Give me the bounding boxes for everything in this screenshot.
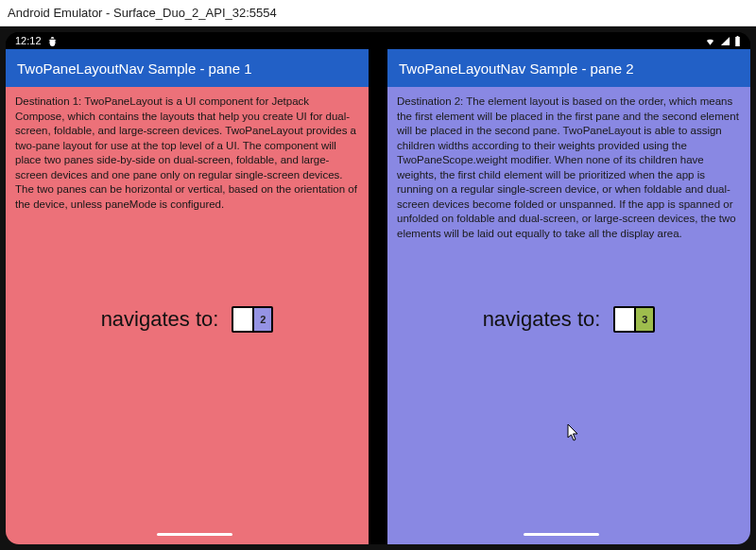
nav-button-blank[interactable]: [233, 308, 252, 331]
pane-2: TwoPaneLayoutNav Sample - pane 2 Destina…: [387, 49, 750, 544]
app-bar-title-2: TwoPaneLayoutNav Sample - pane 2: [399, 60, 634, 77]
nav-button-2[interactable]: 2: [252, 308, 271, 331]
pane-2-nav-label: navigates to:: [483, 307, 601, 332]
app-bar-title-1: TwoPaneLayoutNav Sample - pane 1: [17, 60, 252, 77]
nav-button-3[interactable]: 3: [634, 308, 653, 331]
wifi-icon: [704, 36, 716, 46]
window-titlebar: Android Emulator - Surface_Duo_2_API_32:…: [0, 0, 756, 26]
nav-button-blank-2[interactable]: [615, 308, 634, 331]
status-time: 12:12: [15, 35, 42, 46]
signal-icon: [720, 36, 730, 46]
pane-2-content: Destination 2: The element layout is bas…: [387, 87, 750, 544]
pane-1-description: Destination 1: TwoPaneLayout is a UI com…: [15, 95, 359, 212]
status-bar-right: [704, 36, 741, 46]
home-indicator-left[interactable]: [157, 533, 232, 536]
pane-1: TwoPaneLayoutNav Sample - pane 1 Destina…: [6, 49, 369, 544]
home-indicator-right[interactable]: [524, 533, 599, 536]
pane-1-nav-row: navigates to: 2: [6, 306, 369, 333]
window-title: Android Emulator - Surface_Duo_2_API_32:…: [8, 6, 277, 20]
pane-1-nav-label: navigates to:: [101, 307, 219, 332]
pane-2-nav-row: navigates to: 3: [387, 306, 750, 333]
pane-1-content: Destination 1: TwoPaneLayout is a UI com…: [6, 87, 369, 544]
status-bar-left: 12:12: [15, 35, 58, 46]
debug-icon: [47, 36, 58, 46]
pane-2-description: Destination 2: The element layout is bas…: [397, 95, 741, 241]
device-screen: 12:12 TwoPaneLayoutNav Sa: [6, 32, 750, 544]
pane-1-nav-buttons: 2: [232, 306, 273, 333]
battery-icon: [734, 36, 741, 46]
app-bar-2: TwoPaneLayoutNav Sample - pane 2: [387, 49, 750, 87]
device-frame: 12:12 TwoPaneLayoutNav Sa: [0, 26, 756, 550]
panes-container: TwoPaneLayoutNav Sample - pane 1 Destina…: [6, 49, 750, 544]
device-hinge: [369, 49, 387, 544]
status-bar: 12:12: [6, 32, 750, 49]
app-bar-1: TwoPaneLayoutNav Sample - pane 1: [6, 49, 369, 87]
pane-2-nav-buttons: 3: [613, 306, 655, 333]
